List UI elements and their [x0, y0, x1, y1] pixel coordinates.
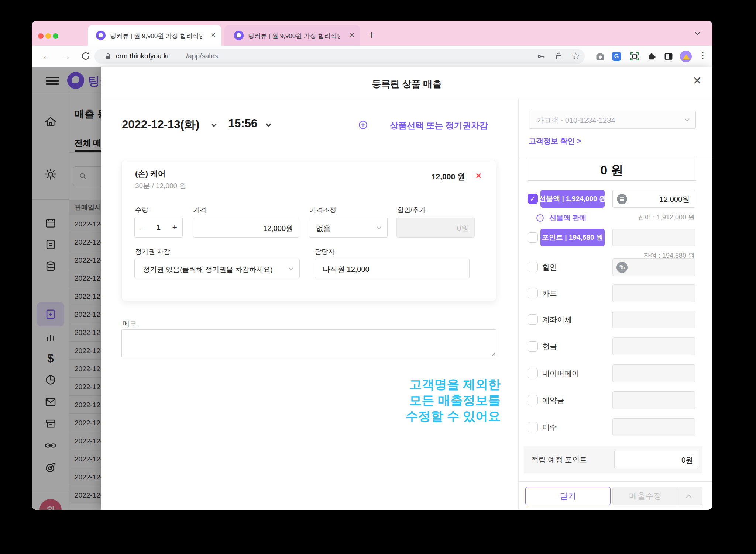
sidebar-panel-icon[interactable] — [664, 52, 673, 63]
customer-info-link[interactable]: 고객정보 확인 > — [529, 136, 581, 146]
circle-plus-icon — [358, 120, 368, 130]
naverpay-checkbox[interactable] — [528, 368, 538, 378]
adjust-label: 가격조정 — [310, 205, 336, 214]
tab-search-chevron-icon[interactable] — [695, 30, 701, 35]
resize-handle-icon[interactable] — [490, 351, 495, 356]
customer-chevron-icon — [685, 117, 690, 121]
bookmark-star-icon[interactable]: ☆ — [571, 51, 580, 62]
remove-product-icon[interactable]: × — [476, 170, 481, 181]
prepaid-amount-input[interactable]: 12,000원 — [612, 190, 695, 208]
submit-button-disabled[interactable]: 매출수정 — [612, 487, 702, 505]
lock-icon — [104, 52, 112, 62]
naverpay-input[interactable] — [612, 364, 695, 382]
deposit-checkbox[interactable] — [528, 395, 538, 405]
save-point-value: 0원 — [681, 455, 693, 465]
sell-prepaid-label: 선불액 판매 — [549, 214, 586, 222]
time-chevron-icon[interactable] — [266, 121, 272, 127]
minimize-window-button[interactable] — [45, 33, 51, 39]
browser-menu-dots-icon[interactable]: ⋮ — [698, 50, 707, 60]
circle-plus-icon — [536, 214, 544, 222]
discount-checkbox[interactable] — [528, 262, 538, 272]
extra-value: 0원 — [457, 224, 468, 233]
submit-label: 매출수정 — [613, 487, 678, 505]
staff-label: 담당자 — [315, 247, 335, 256]
customer-select[interactable]: 가고객 - 010-1234-1234 — [529, 111, 696, 129]
sell-prepaid-button[interactable]: 선불액 판매 — [536, 213, 587, 223]
method-label-naverpay: 네이버페이 — [542, 364, 579, 382]
extensions-puzzle-icon[interactable] — [647, 52, 656, 63]
qty-plus-button[interactable]: + — [172, 222, 177, 232]
browser-window: 팅커뷰 | 월 9,900원 가장 합리적인 × 팅커뷰 | 월 9,900원 … — [32, 21, 712, 510]
point-amount-input[interactable] — [612, 229, 695, 246]
notice-line-2: 모든 매출정보를 — [406, 392, 501, 408]
date-picker[interactable]: 2022-12-13(화) — [122, 117, 199, 132]
save-point-input[interactable]: 0원 — [614, 451, 698, 468]
product-card: (손) 케어 30분 / 12,000 원 12,000 원 × 수량 가격 가… — [121, 160, 496, 301]
forward-button[interactable]: → — [61, 51, 71, 62]
staff-value: 나직원 12,000 — [323, 264, 370, 274]
add-product-label: 상품선택 또는 정기권차감 — [390, 121, 488, 130]
point-checkbox[interactable] — [528, 232, 538, 243]
tab-active[interactable]: 팅커뷰 | 월 9,900원 가장 합리적인 × — [88, 25, 221, 46]
screen-capture-icon[interactable] — [630, 52, 639, 63]
password-key-icon[interactable] — [537, 52, 546, 62]
discount-input[interactable]: % — [612, 258, 695, 276]
screenshot-stage: 팅커뷰 | 월 9,900원 가장 합리적인 × 팅커뷰 | 월 9,900원 … — [0, 0, 756, 554]
price-input[interactable]: 12,000원 — [193, 218, 299, 238]
tab-close-icon[interactable]: × — [350, 30, 354, 40]
product-name: (손) 케어 — [135, 169, 166, 179]
notice-line-3: 수정할 수 있어요 — [406, 408, 501, 424]
deposit-input[interactable] — [612, 391, 695, 409]
url-bar[interactable]: crm.thinkofyou.kr /app/sales ☆ — [94, 49, 585, 64]
cash-checkbox[interactable] — [528, 341, 538, 352]
price-label: 가격 — [193, 205, 206, 214]
adjust-select[interactable]: 없음 — [309, 218, 388, 238]
total-amount: 0 원 — [528, 159, 696, 181]
transfer-checkbox[interactable] — [528, 314, 538, 325]
back-button[interactable]: ← — [42, 51, 52, 62]
card-checkbox[interactable] — [528, 288, 538, 298]
reload-button[interactable] — [80, 51, 91, 63]
memo-textarea[interactable] — [121, 329, 496, 357]
tab-title: 팅커뷰 | 월 9,900원 가장 합리적인 — [110, 32, 202, 40]
prepaid-amount-value: 12,000원 — [660, 194, 690, 204]
prepaid-remaining: 잔여 : 1,912,000 원 — [638, 213, 695, 222]
camera-extension-icon[interactable] — [595, 51, 605, 63]
extra-input-disabled: 0원 — [396, 218, 475, 238]
method-label-cash: 현금 — [542, 337, 557, 355]
transfer-input[interactable] — [612, 311, 695, 328]
pass-list-icon[interactable] — [616, 194, 628, 205]
prepaid-button[interactable]: 선불액 | 1,924,000 원 — [540, 190, 605, 208]
close-button[interactable]: 닫기 — [525, 487, 611, 505]
cash-input[interactable] — [612, 337, 695, 355]
time-picker[interactable]: 15:56 — [228, 117, 257, 130]
profile-avatar[interactable] — [680, 51, 692, 62]
tab-title: 팅커뷰 | 월 9,900원 가장 합리적인 — [248, 32, 340, 40]
pass-select[interactable]: 정기권 있음(클릭해 정기권을 차감하세요) — [134, 259, 300, 278]
close-window-button[interactable] — [38, 33, 44, 39]
translate-icon[interactable]: G — [612, 52, 621, 61]
share-icon[interactable] — [554, 52, 563, 62]
save-point-row: 적립 예정 포인트 0원 — [524, 446, 702, 473]
add-product-button[interactable]: 상품선택 또는 정기권차감 — [360, 120, 488, 131]
unpaid-checkbox[interactable] — [528, 422, 538, 432]
unpaid-input[interactable] — [612, 418, 695, 436]
annotation-notice: 고객명을 제외한 모든 매출정보를 수정할 수 있어요 — [406, 377, 501, 424]
date-chevron-icon[interactable] — [211, 121, 217, 127]
pass-value: 정기권 있음(클릭해 정기권을 차감하세요) — [143, 265, 273, 274]
tab-close-icon[interactable]: × — [211, 30, 216, 40]
method-label-card: 카드 — [542, 284, 557, 302]
zoom-window-button[interactable] — [53, 33, 58, 39]
qty-label: 수량 — [135, 205, 148, 214]
modal-close-icon[interactable]: × — [693, 73, 701, 89]
point-button[interactable]: 포인트 | 194,580 원 — [540, 229, 605, 246]
new-tab-button[interactable]: + — [368, 29, 375, 41]
quantity-stepper: - 1 + — [134, 218, 183, 238]
tab-inactive[interactable]: 팅커뷰 | 월 9,900원 가장 합리적인 × — [224, 25, 360, 46]
submit-expand-chevron-icon[interactable] — [686, 495, 692, 501]
staff-input[interactable]: 나직원 12,000 — [315, 259, 470, 278]
prepaid-checkbox[interactable]: ✓ — [528, 194, 538, 204]
modal-title: 등록된 상품 매출 — [101, 78, 712, 90]
pass-label: 정기권 차감 — [135, 247, 170, 256]
card-input[interactable] — [612, 284, 695, 302]
